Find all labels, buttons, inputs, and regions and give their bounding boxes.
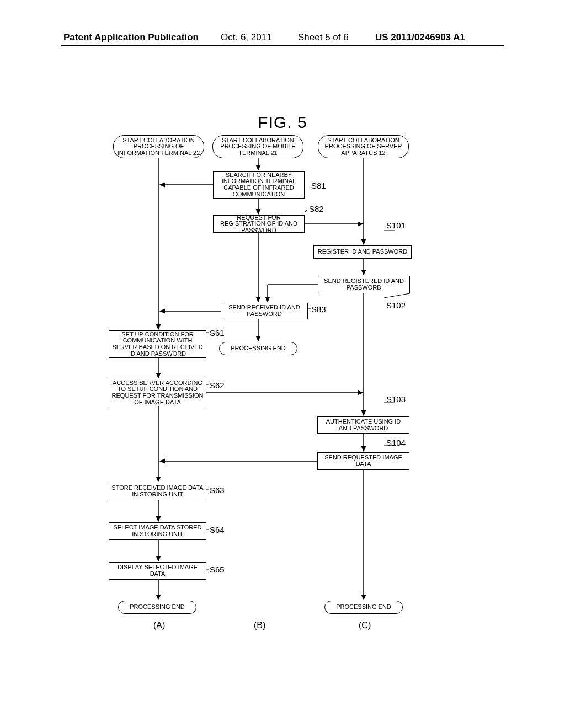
step-s104: SEND REQUESTED IMAGE DATA xyxy=(317,452,409,470)
step-s102: SEND REGISTERED ID AND PASSWORD xyxy=(318,276,410,293)
step-s64: SELECT IMAGE DATA STORED IN STORING UNIT xyxy=(109,522,206,540)
label-s81: S81 xyxy=(311,181,326,190)
start-terminal-b: START COLLABORATION PROCESSING OF MOBILE… xyxy=(212,135,303,158)
step-s65: DISPLAY SELECTED IMAGE DATA xyxy=(109,562,206,580)
end-terminal-c: PROCESSING END xyxy=(324,601,403,614)
step-s61: SET UP CONDITION FOR COMMUNICATION WITH … xyxy=(109,330,206,358)
label-s102: S102 xyxy=(386,301,406,310)
header-rule xyxy=(61,45,504,46)
step-s62: ACCESS SERVER ACCORDING TO SETUP CONDITI… xyxy=(109,379,206,406)
column-c-label: (C) xyxy=(359,620,371,630)
publication-number: US 2011/0246903 A1 xyxy=(375,32,465,43)
figure-title: FIG. 5 xyxy=(0,113,565,132)
sheet-number: Sheet 5 of 6 xyxy=(298,32,349,43)
flow-arrows xyxy=(0,0,565,728)
start-terminal-c: START COLLABORATION PROCESSING OF SERVER… xyxy=(318,135,409,158)
label-s62: S62 xyxy=(210,381,225,390)
label-s83: S83 xyxy=(311,304,326,314)
svg-line-7 xyxy=(305,210,307,212)
label-s65: S65 xyxy=(210,565,225,574)
label-s82: S82 xyxy=(309,204,324,213)
step-s103: AUTHENTICATE USING ID AND PASSWORD xyxy=(317,416,409,434)
step-s81: SEARCH FOR NEARBY INFORMATION TERMINAL C… xyxy=(213,171,305,199)
label-s103: S103 xyxy=(386,394,406,404)
start-terminal-a: START COLLABORATION PROCESSING OF INFORM… xyxy=(113,135,204,158)
step-s82: REQUEST FOR REGISTRATION OF ID AND PASSW… xyxy=(213,215,305,233)
column-b-label: (B) xyxy=(254,620,265,630)
end-terminal-b: PROCESSING END xyxy=(219,342,297,355)
publication-label: Patent Application Publication xyxy=(63,32,199,43)
label-s104: S104 xyxy=(386,438,406,447)
end-terminal-a: PROCESSING END xyxy=(118,601,196,614)
label-s64: S64 xyxy=(210,525,225,534)
label-s63: S63 xyxy=(210,485,225,495)
publication-date: Oct. 6, 2011 xyxy=(221,32,272,43)
label-s61: S61 xyxy=(210,328,225,338)
step-s101: REGISTER ID AND PASSWORD xyxy=(313,245,412,259)
step-s83: SEND RECEIVED ID AND PASSWORD xyxy=(221,303,308,319)
column-a-label: (A) xyxy=(153,620,165,630)
patent-figure-page: Patent Application Publication Oct. 6, 2… xyxy=(0,0,565,728)
label-s101: S101 xyxy=(386,221,406,230)
step-s63: STORE RECEIVED IMAGE DATA IN STORING UNI… xyxy=(109,483,206,500)
svg-line-11 xyxy=(384,293,410,298)
page-header: Patent Application Publication Oct. 6, 2… xyxy=(0,45,565,46)
